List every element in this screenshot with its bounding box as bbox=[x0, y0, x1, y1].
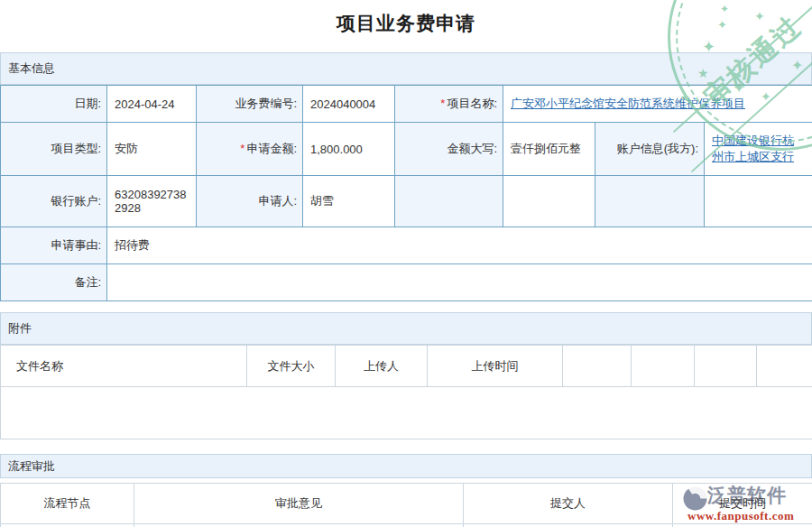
amount-caps-label: 金额大写: bbox=[395, 123, 503, 176]
remark-label: 备注: bbox=[1, 264, 107, 301]
col-header-flow-node: 流程节点 bbox=[1, 484, 134, 524]
table-row: 银行账户: 632083927382928 申请人: 胡雪 bbox=[1, 176, 812, 227]
col-header-upload-time: 上传时间 bbox=[428, 346, 563, 387]
required-asterisk: * bbox=[440, 97, 445, 110]
col-header-file-size: 文件大小 bbox=[247, 346, 336, 387]
col-header-submit-time: 提交时间 bbox=[673, 484, 812, 524]
amount-value: 1,800.000 bbox=[303, 123, 395, 176]
applicant-label: 申请人: bbox=[197, 176, 303, 227]
section-attachments: 附件 bbox=[0, 312, 812, 345]
basic-info-table: 日期: 2024-04-24 业务费编号: 2024040004 *项目名称: … bbox=[0, 85, 812, 301]
table-row: 日期: 2024-04-24 业务费编号: 2024040004 *项目名称: … bbox=[1, 86, 812, 123]
account-info-cell: 中国建设银行杭州市上城区支行 bbox=[705, 123, 812, 176]
bank-account-value: 632083927382928 bbox=[107, 176, 197, 227]
col-header-approval-opinion: 审批意见 bbox=[134, 484, 464, 524]
account-info-link[interactable]: 中国建设银行杭州市上城区支行 bbox=[712, 134, 794, 163]
attachments-empty-cell bbox=[1, 387, 812, 439]
col-header-file-name: 文件名称 bbox=[1, 346, 247, 387]
approval-empty-cell bbox=[1, 524, 134, 527]
section-basic-info-title: 基本信息 bbox=[8, 60, 55, 77]
col-header-submitter: 提交人 bbox=[464, 484, 673, 524]
reason-value: 招待费 bbox=[107, 227, 812, 264]
attachments-header-row: 文件名称 文件大小 上传人 上传时间 bbox=[1, 346, 812, 387]
section-approval: 流程审批 bbox=[0, 454, 812, 478]
date-value: 2024-04-24 bbox=[107, 86, 197, 123]
project-name-link[interactable]: 广安邓小平纪念馆安全防范系统维护保养项目 bbox=[511, 97, 745, 110]
section-approval-title: 流程审批 bbox=[8, 458, 55, 475]
col-header-empty bbox=[632, 346, 695, 387]
attachments-table: 文件名称 文件大小 上传人 上传时间 bbox=[0, 345, 812, 439]
col-header-empty bbox=[563, 346, 632, 387]
approval-body-row bbox=[1, 524, 812, 527]
remark-value bbox=[107, 264, 812, 301]
amount-caps-value: 壹仟捌佰元整 bbox=[503, 123, 595, 176]
project-name-label: *项目名称: bbox=[395, 86, 503, 123]
approval-empty-cell bbox=[464, 524, 673, 527]
table-row: 备注: bbox=[1, 264, 812, 301]
project-name-cell: 广安邓小平纪念馆安全防范系统维护保养项目 bbox=[503, 86, 812, 123]
date-label: 日期: bbox=[1, 86, 107, 123]
table-row: 申请事由: 招待费 bbox=[1, 227, 812, 264]
approval-empty-cell bbox=[134, 524, 464, 527]
amount-label-text: 申请金额: bbox=[246, 142, 297, 155]
approval-header-row: 流程节点 审批意见 提交人 提交时间 bbox=[1, 484, 812, 524]
empty-value-cell bbox=[503, 176, 595, 227]
reason-label: 申请事由: bbox=[1, 227, 107, 264]
section-attachments-title: 附件 bbox=[8, 320, 32, 337]
approval-table: 流程节点 审批意见 提交人 提交时间 bbox=[0, 483, 812, 527]
empty-label-cell bbox=[595, 176, 705, 227]
col-header-empty bbox=[695, 346, 757, 387]
col-header-uploader: 上传人 bbox=[336, 346, 428, 387]
account-info-label: 账户信息(我方): bbox=[595, 123, 705, 176]
section-basic-info: 基本信息 bbox=[0, 52, 812, 85]
empty-label-cell bbox=[395, 176, 503, 227]
approval-empty-cell bbox=[673, 524, 812, 527]
empty-value-cell bbox=[705, 176, 812, 227]
fee-no-label: 业务费编号: bbox=[197, 86, 303, 123]
project-type-label: 项目类型: bbox=[1, 123, 107, 176]
attachments-empty-body bbox=[1, 387, 812, 439]
project-name-label-text: 项目名称: bbox=[447, 97, 497, 110]
bank-account-label: 银行账户: bbox=[1, 176, 107, 227]
project-business-fee-application-page: 项目业务费申请 基本信息 日期: 2024-04-24 业务费编号: 20240… bbox=[0, 0, 812, 527]
applicant-value: 胡雪 bbox=[303, 176, 395, 227]
table-row: 项目类型: 安防 *申请金额: 1,800.000 金额大写: 壹仟捌佰元整 账… bbox=[1, 123, 812, 176]
required-asterisk: * bbox=[240, 142, 245, 155]
amount-label: *申请金额: bbox=[197, 123, 303, 176]
page-title: 项目业务费申请 bbox=[0, 11, 812, 36]
project-type-value: 安防 bbox=[107, 123, 197, 176]
fee-no-value: 2024040004 bbox=[303, 86, 395, 123]
col-header-empty bbox=[757, 346, 812, 387]
